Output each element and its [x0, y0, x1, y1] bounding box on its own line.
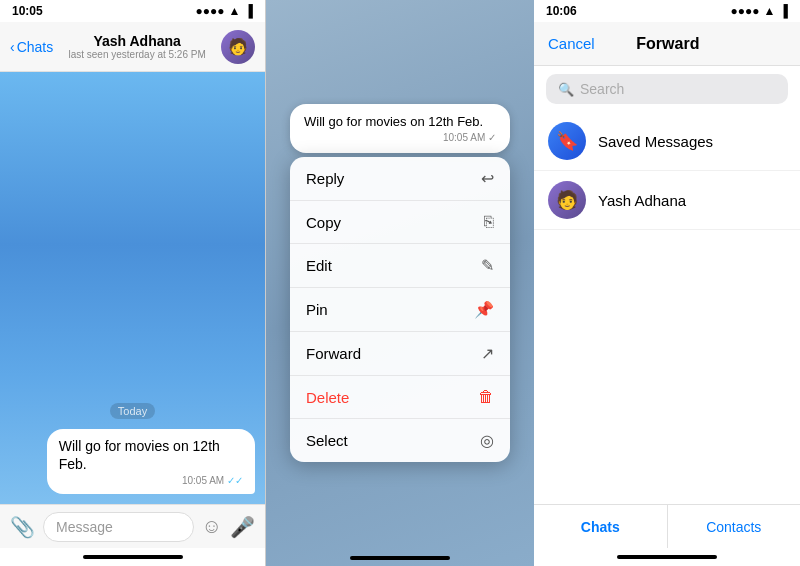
user-name: Yash Adhana	[598, 192, 686, 209]
message-preview: Will go for movies on 12th Feb. 10:05 AM…	[290, 104, 510, 154]
forward-tab-bar: Chats Contacts	[534, 504, 800, 548]
context-item-pin[interactable]: Pin 📌	[290, 288, 510, 332]
list-item-saved[interactable]: 🔖 Saved Messages	[534, 112, 800, 171]
delete-icon: 🗑	[478, 388, 494, 406]
time-1: 10:05	[12, 4, 43, 18]
saved-messages-name: Saved Messages	[598, 133, 713, 150]
contact-name: Yash Adhana	[53, 33, 221, 49]
emoji-icon[interactable]: ☺	[202, 515, 222, 538]
context-item-copy[interactable]: Copy ⎘	[290, 201, 510, 244]
chat-background: Today Will go for movies on 12th Feb. 10…	[0, 72, 265, 504]
forward-contact-list: 🔖 Saved Messages 🧑 Yash Adhana	[534, 112, 800, 504]
edit-label: Edit	[306, 257, 332, 274]
status-bar-1: 10:05 ●●●● ▲ ▐	[0, 0, 265, 22]
battery-icon: ▐	[244, 4, 253, 18]
delete-label: Delete	[306, 389, 349, 406]
chevron-left-icon: ‹	[10, 39, 15, 55]
chat-header: ‹ Chats Yash Adhana last seen yesterday …	[0, 22, 265, 72]
forward-panel: 10:06 ●●●● ▲ ▐ Cancel Forward 🔍 Search 🔖…	[534, 0, 800, 566]
chat-input-bar: 📎 Message ☺ 🎤	[0, 504, 265, 548]
context-menu-panel: Will go for movies on 12th Feb. 10:05 AM…	[266, 0, 534, 566]
select-label: Select	[306, 432, 348, 449]
home-bar-3	[617, 555, 717, 559]
status-icons-3: ●●●● ▲ ▐	[731, 4, 788, 18]
signal-icon: ●●●●	[196, 4, 225, 18]
select-icon: ◎	[480, 431, 494, 450]
forward-label: Forward	[306, 345, 361, 362]
status-icons-1: ●●●● ▲ ▐	[196, 4, 253, 18]
attachment-icon[interactable]: 📎	[10, 515, 35, 539]
wifi-icon-3: ▲	[764, 4, 776, 18]
forward-search-bar[interactable]: 🔍 Search	[546, 74, 788, 104]
battery-icon-3: ▐	[779, 4, 788, 18]
context-item-forward[interactable]: Forward ↗	[290, 332, 510, 376]
contact-avatar: 🧑	[221, 30, 255, 64]
home-bar-2	[350, 556, 450, 560]
reply-label: Reply	[306, 170, 344, 187]
message-input[interactable]: Message	[43, 512, 194, 542]
user-avatar: 🧑	[548, 181, 586, 219]
cancel-button[interactable]: Cancel	[548, 35, 595, 52]
tab-chats[interactable]: Chats	[534, 505, 668, 548]
copy-icon: ⎘	[484, 213, 494, 231]
context-item-delete[interactable]: Delete 🗑	[290, 376, 510, 419]
home-indicator-2	[266, 556, 534, 560]
context-item-edit[interactable]: Edit ✎	[290, 244, 510, 288]
forward-icon: ↗	[481, 344, 494, 363]
pin-icon: 📌	[474, 300, 494, 319]
list-item-user[interactable]: 🧑 Yash Adhana	[534, 171, 800, 230]
message-time: 10:05 AM ✓✓	[59, 475, 243, 486]
edit-icon: ✎	[481, 256, 494, 275]
context-area: Will go for movies on 12th Feb. 10:05 AM…	[290, 104, 510, 463]
forward-header: Cancel Forward	[534, 22, 800, 66]
message-bubble: Will go for movies on 12th Feb. 10:05 AM…	[47, 429, 255, 494]
status-bar-3: 10:06 ●●●● ▲ ▐	[534, 0, 800, 22]
context-item-select[interactable]: Select ◎	[290, 419, 510, 462]
preview-time: 10:05 AM ✓	[304, 132, 496, 143]
back-label: Chats	[17, 39, 54, 55]
search-icon: 🔍	[558, 82, 574, 97]
home-bar	[83, 555, 183, 559]
chat-panel: 10:05 ●●●● ▲ ▐ ‹ Chats Yash Adhana last …	[0, 0, 266, 566]
search-placeholder: Search	[580, 81, 624, 97]
wifi-icon: ▲	[229, 4, 241, 18]
context-item-reply[interactable]: Reply ↩	[290, 157, 510, 201]
context-menu: Reply ↩ Copy ⎘ Edit ✎ Pin 📌 Forward ↗ De…	[290, 157, 510, 462]
message-text: Will go for movies on 12th Feb.	[59, 437, 243, 473]
signal-icon-3: ●●●●	[731, 4, 760, 18]
time-3: 10:06	[546, 4, 577, 18]
contact-status: last seen yesterday at 5:26 PM	[53, 49, 221, 60]
forward-title: Forward	[636, 35, 699, 53]
home-indicator-3	[534, 548, 800, 566]
saved-messages-avatar: 🔖	[548, 122, 586, 160]
pin-label: Pin	[306, 301, 328, 318]
read-tick: ✓✓	[227, 475, 243, 486]
contact-info: Yash Adhana last seen yesterday at 5:26 …	[53, 33, 221, 60]
back-button[interactable]: ‹ Chats	[10, 39, 53, 55]
reply-icon: ↩	[481, 169, 494, 188]
tab-contacts[interactable]: Contacts	[668, 505, 801, 548]
date-label: Today	[110, 403, 155, 419]
home-indicator-1	[0, 548, 265, 566]
voice-icon[interactable]: 🎤	[230, 515, 255, 539]
copy-label: Copy	[306, 214, 341, 231]
preview-text: Will go for movies on 12th Feb.	[304, 114, 496, 131]
